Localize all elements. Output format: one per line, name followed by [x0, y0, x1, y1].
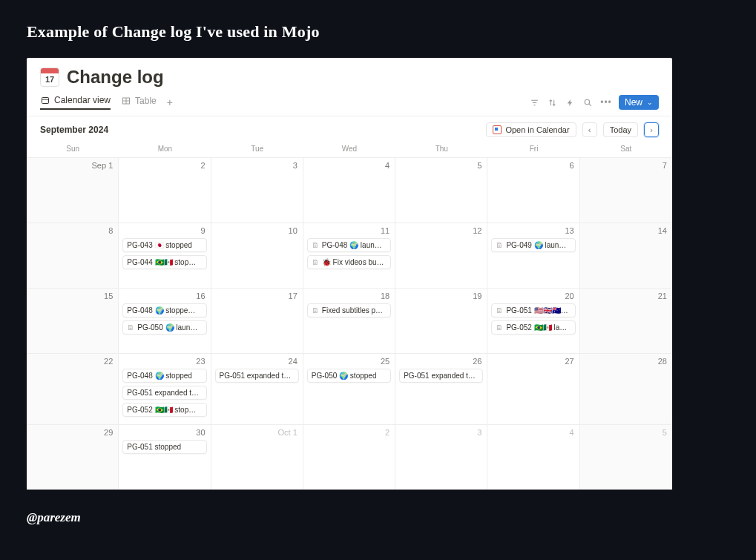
- calendar-cell[interactable]: 4: [487, 424, 579, 490]
- prev-month-button[interactable]: ‹: [582, 122, 597, 137]
- day-number: 5: [399, 161, 483, 173]
- next-month-button[interactable]: ›: [644, 122, 659, 137]
- page-icon: 🗎: [496, 241, 503, 249]
- calendar-cell[interactable]: 25PG-050 🌍 stopped: [303, 353, 395, 424]
- today-button[interactable]: Today: [603, 122, 638, 137]
- calendar-cell[interactable]: 27: [487, 353, 579, 424]
- day-number: 29: [30, 428, 114, 440]
- day-number: 6: [491, 161, 575, 173]
- event-label: PG-049 🌍 laun…: [506, 241, 566, 249]
- search-icon[interactable]: [583, 97, 594, 108]
- svg-point-8: [585, 99, 591, 105]
- calendar-cell[interactable]: 28: [580, 353, 672, 424]
- tab-calendar-view[interactable]: Calendar view: [40, 95, 111, 110]
- calendar-event[interactable]: 🗎🐞 Fix videos bu…: [307, 255, 391, 269]
- calendar-cell[interactable]: 22: [27, 353, 119, 424]
- calendar-cell[interactable]: 19: [395, 288, 487, 353]
- calendar-cell[interactable]: 2: [303, 424, 395, 490]
- dow-label: Wed: [303, 142, 395, 157]
- calendar-cell[interactable]: 26PG-051 expanded t…: [395, 353, 487, 424]
- calendar-event[interactable]: 🗎PG-051 🇺🇸🇬🇧🇦🇺…: [491, 303, 575, 317]
- calendar-cell[interactable]: 5: [580, 424, 672, 490]
- calendar-event[interactable]: 🗎PG-052 🇧🇷🇲🇽 la…: [491, 320, 575, 335]
- calendar-cell[interactable]: 3: [395, 424, 487, 490]
- day-number: 23: [122, 357, 206, 369]
- sort-icon[interactable]: [548, 97, 558, 108]
- event-label: PG-050 🌍 laun…: [137, 323, 197, 332]
- automation-icon[interactable]: [565, 97, 576, 108]
- calendar-event[interactable]: PG-051 expanded t…: [399, 369, 483, 383]
- views-bar: Calendar view Table + ••• New ⌄: [27, 92, 672, 116]
- calendar-cell[interactable]: 14: [580, 223, 672, 288]
- calendar-cell[interactable]: 21: [580, 288, 672, 353]
- calendar-event[interactable]: PG-043 🇯🇵 stopped: [122, 238, 206, 252]
- calendar-cell[interactable]: 16PG-048 🌍 stoppe…🗎PG-050 🌍 laun…: [119, 288, 211, 353]
- page-header: 17 Change log: [27, 67, 672, 92]
- calendar-event[interactable]: PG-052 🇧🇷🇲🇽 stop…: [122, 403, 206, 417]
- new-button[interactable]: New ⌄: [619, 95, 659, 110]
- page-icon: 🗎: [127, 323, 134, 332]
- calendar-cell[interactable]: 6: [487, 157, 579, 223]
- day-number: 2: [122, 161, 206, 173]
- calendar-cell[interactable]: 10: [211, 223, 303, 288]
- calendar-cell[interactable]: 23PG-048 🌍 stoppedPG-051 expanded t…PG-0…: [119, 353, 211, 424]
- calendar-cell[interactable]: Oct 1: [211, 424, 303, 490]
- calendar-event[interactable]: PG-051 expanded t…: [122, 386, 206, 400]
- event-label: PG-052 🇧🇷🇲🇽 la…: [506, 323, 567, 332]
- calendar-cell[interactable]: 7: [580, 157, 672, 223]
- calendar-event[interactable]: 🗎Fixed subtitles p…: [307, 303, 391, 317]
- calendar-grid: Sep 123456789PG-043 🇯🇵 stoppedPG-044 🇧🇷🇲…: [27, 157, 672, 490]
- filter-icon[interactable]: [530, 97, 540, 108]
- calendar-cell[interactable]: 17: [211, 288, 303, 353]
- calendar-event[interactable]: 🗎PG-048 🌍 laun…: [307, 238, 391, 252]
- day-number: 17: [215, 291, 299, 303]
- tab-table-view[interactable]: Table: [121, 96, 157, 109]
- calendar-cell[interactable]: 5: [395, 157, 487, 223]
- more-icon[interactable]: •••: [601, 97, 611, 108]
- event-label: PG-052 🇧🇷🇲🇽 stop…: [127, 406, 196, 414]
- calendar-event[interactable]: PG-051 expanded t…: [215, 369, 299, 383]
- day-number: Sep 1: [30, 161, 114, 173]
- calendar-event[interactable]: PG-051 stopped: [122, 440, 206, 454]
- day-number: 5: [584, 428, 668, 440]
- calendar-event[interactable]: PG-050 🌍 stopped: [307, 369, 391, 383]
- table-icon: [121, 96, 131, 106]
- calendar-cell[interactable]: 4: [303, 157, 395, 223]
- calendar-cell[interactable]: 2: [119, 157, 211, 223]
- calendar-cell[interactable]: 18🗎Fixed subtitles p…: [303, 288, 395, 353]
- add-view-button[interactable]: +: [167, 96, 173, 108]
- dow-label: Sun: [27, 142, 119, 157]
- tab-table-label: Table: [135, 96, 157, 106]
- day-number: 15: [30, 291, 114, 303]
- calendar-cell[interactable]: 15: [27, 288, 119, 353]
- calendar-cell[interactable]: 24PG-051 expanded t…: [211, 353, 303, 424]
- day-number: 20: [491, 291, 575, 303]
- calendar-cell[interactable]: 20🗎PG-051 🇺🇸🇬🇧🇦🇺…🗎PG-052 🇧🇷🇲🇽 la…: [487, 288, 579, 353]
- calendar-icon: [40, 95, 50, 105]
- calendar-event[interactable]: PG-048 🌍 stopped: [122, 369, 206, 383]
- calendar-cell[interactable]: 29: [27, 424, 119, 490]
- dow-label: Thu: [395, 142, 487, 157]
- calendar-cell[interactable]: 12: [395, 223, 487, 288]
- svg-line-9: [589, 103, 591, 105]
- calendar-cell[interactable]: 3: [211, 157, 303, 223]
- calendar-cell[interactable]: Sep 1: [27, 157, 119, 223]
- calendar-event[interactable]: PG-048 🌍 stoppe…: [122, 303, 206, 317]
- day-number: 11: [307, 226, 391, 238]
- day-number: 10: [215, 226, 299, 238]
- calendar-cell[interactable]: 11🗎PG-048 🌍 laun…🗎🐞 Fix videos bu…: [303, 223, 395, 288]
- open-in-calendar-button[interactable]: Open in Calendar: [486, 122, 576, 137]
- calendar-cell[interactable]: 9PG-043 🇯🇵 stoppedPG-044 🇧🇷🇲🇽 stop…: [119, 223, 211, 288]
- calendar-event[interactable]: 🗎PG-049 🌍 laun…: [491, 238, 575, 252]
- chevron-down-icon: ⌄: [647, 99, 653, 106]
- calendar-event[interactable]: PG-044 🇧🇷🇲🇽 stop…: [122, 255, 206, 269]
- calendar-cell[interactable]: 8: [27, 223, 119, 288]
- day-number: 4: [491, 428, 575, 440]
- day-number: 7: [584, 161, 668, 173]
- event-label: PG-044 🇧🇷🇲🇽 stop…: [127, 258, 196, 266]
- new-button-label: New: [625, 97, 642, 108]
- calendar-cell[interactable]: 13🗎PG-049 🌍 laun…: [487, 223, 579, 288]
- calendar-event[interactable]: 🗎PG-050 🌍 laun…: [122, 320, 206, 335]
- calendar-cell[interactable]: 30PG-051 stopped: [119, 424, 211, 490]
- page-icon: 🗎: [312, 241, 319, 249]
